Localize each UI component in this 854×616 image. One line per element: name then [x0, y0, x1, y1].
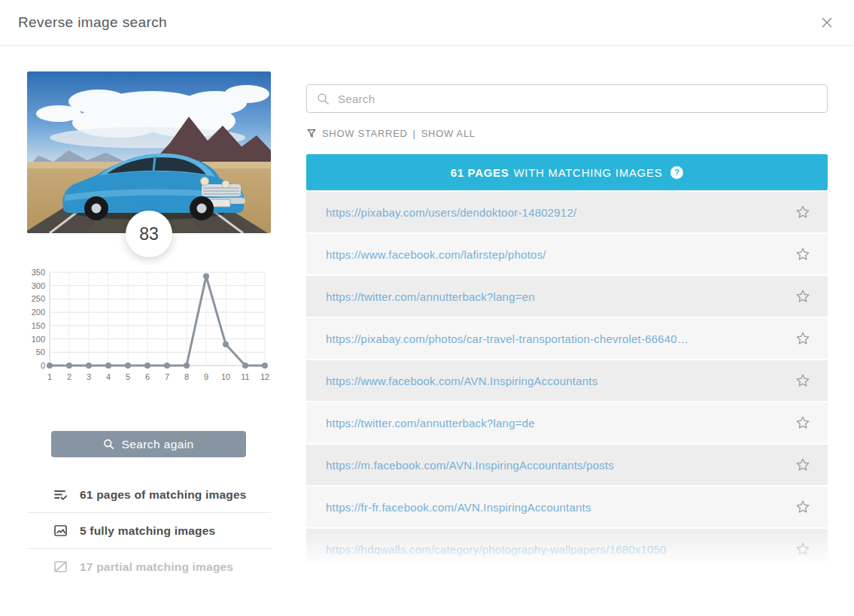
result-url-link[interactable]: https://twitter.com/annutterback?lang=de [326, 417, 783, 429]
result-row: https://twitter.com/annutterback?lang=en [306, 276, 828, 318]
search-again-button[interactable]: Search again [51, 431, 246, 457]
search-input[interactable] [338, 93, 817, 105]
svg-text:4: 4 [106, 372, 111, 381]
svg-text:100: 100 [32, 335, 45, 344]
svg-text:9: 9 [204, 372, 208, 381]
search-icon [103, 438, 114, 450]
svg-text:300: 300 [32, 281, 45, 290]
svg-text:200: 200 [32, 308, 45, 317]
image-icon [53, 523, 68, 539]
stat-label: 61 pages of matching images [80, 488, 247, 502]
stats-list: 61 pages of matching images5 fully match… [27, 477, 271, 584]
star-icon[interactable] [795, 372, 811, 389]
result-url-link[interactable]: https://www.facebook.com/lafirstep/photo… [326, 248, 783, 261]
stat-label: 5 fully matching images [80, 524, 215, 538]
star-icon[interactable] [795, 499, 811, 515]
svg-text:12: 12 [260, 372, 269, 381]
query-image: 83 [27, 71, 271, 233]
show-all-link[interactable]: SHOW ALL [421, 128, 476, 139]
result-url-link[interactable]: https://pixabay.com/users/dendoktoor-148… [326, 206, 783, 219]
star-icon[interactable] [795, 246, 811, 262]
stat-item: 17 partial matching images [27, 548, 271, 584]
result-url-link[interactable]: https://www.facebook.com/AVN.InspiringAc… [326, 375, 783, 387]
result-row: https://pixabay.com/photos/car-travel-tr… [306, 318, 828, 360]
results-panel: SHOW STARRED | SHOW ALL 61 PAGES WITH MA… [306, 84, 828, 584]
help-icon[interactable]: ? [670, 166, 683, 179]
match-count-chart: 050100150200250300350123456789101112 [27, 266, 271, 388]
filter-bar: SHOW STARRED | SHOW ALL [306, 128, 828, 139]
search-again-label: Search again [121, 438, 193, 451]
playlist-check-icon [53, 487, 68, 502]
svg-text:5: 5 [126, 372, 130, 381]
result-row: https://m.facebook.com/AVN.InspiringAcco… [306, 445, 828, 487]
svg-text:350: 350 [32, 268, 45, 277]
svg-text:50: 50 [36, 347, 45, 357]
result-url-link[interactable]: https://fr-fr.facebook.com/AVN.Inspiring… [326, 501, 783, 514]
svg-text:250: 250 [32, 294, 45, 303]
result-url-link[interactable]: https://m.facebook.com/AVN.InspiringAcco… [326, 459, 783, 472]
search-box [306, 84, 828, 113]
results-count: 61 PAGES [451, 166, 509, 179]
score-badge: 83 [126, 211, 172, 257]
result-row: https://pixabay.com/users/dendoktoor-148… [306, 192, 828, 234]
image-off-icon [53, 559, 68, 575]
result-row: https://hdqwalls.com/category/photograph… [306, 529, 828, 571]
results-banner-text: WITH MATCHING IMAGES [513, 166, 662, 179]
search-icon [317, 93, 330, 105]
svg-text:8: 8 [184, 372, 189, 381]
reverse-image-search-dialog: Reverse image search [0, 0, 854, 616]
svg-text:1: 1 [47, 372, 52, 381]
results-banner: 61 PAGES WITH MATCHING IMAGES ? [306, 154, 828, 190]
svg-text:6: 6 [145, 372, 150, 381]
results-list: https://pixabay.com/users/dendoktoor-148… [306, 192, 828, 571]
filter-icon [306, 128, 317, 139]
result-row: https://www.facebook.com/AVN.InspiringAc… [306, 360, 828, 402]
result-row: https://fr-fr.facebook.com/AVN.Inspiring… [306, 487, 828, 529]
svg-text:10: 10 [221, 372, 230, 381]
stat-item: 5 fully matching images [27, 512, 271, 548]
star-icon[interactable] [795, 330, 811, 347]
result-row: https://twitter.com/annutterback?lang=de [306, 402, 828, 445]
star-icon[interactable] [795, 288, 811, 305]
result-row: https://www.facebook.com/lafirstep/photo… [306, 234, 828, 276]
star-icon[interactable] [795, 457, 811, 473]
dialog-header: Reverse image search [0, 0, 854, 46]
result-url-link[interactable]: https://twitter.com/annutterback?lang=en [326, 290, 783, 303]
result-url-link[interactable]: https://pixabay.com/photos/car-travel-tr… [326, 332, 783, 345]
filter-separator: | [413, 128, 416, 139]
svg-text:3: 3 [87, 372, 91, 381]
svg-text:11: 11 [241, 372, 249, 381]
svg-text:7: 7 [165, 372, 169, 381]
star-icon[interactable] [795, 204, 811, 220]
dialog-content: 83 050100150200250300350123456789101112 … [0, 46, 854, 584]
close-icon [819, 15, 834, 30]
car-photo-illustration [27, 71, 271, 233]
svg-text:150: 150 [32, 321, 45, 330]
svg-text:2: 2 [67, 372, 71, 381]
stat-item: 61 pages of matching images [27, 477, 271, 512]
stat-label: 17 partial matching images [80, 560, 233, 574]
svg-text:0: 0 [41, 361, 45, 370]
star-icon[interactable] [795, 414, 811, 431]
close-button[interactable] [816, 12, 837, 33]
query-panel: 83 050100150200250300350123456789101112 … [27, 71, 271, 584]
dialog-title: Reverse image search [18, 14, 167, 31]
result-url-link[interactable]: https://hdqwalls.com/category/photograph… [326, 543, 783, 556]
show-starred-link[interactable]: SHOW STARRED [322, 128, 408, 139]
star-icon[interactable] [795, 541, 811, 557]
